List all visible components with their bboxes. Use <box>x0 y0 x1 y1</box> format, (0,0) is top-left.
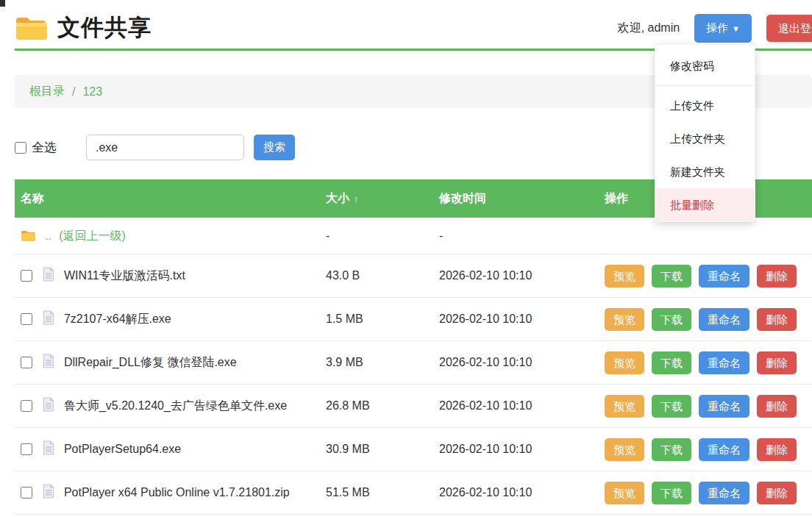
file-table: 名称 大小↑ 修改时间 操作 .. (返回上一级) - - <box>15 179 812 515</box>
page-title: 文件共享 <box>57 12 152 43</box>
delete-button[interactable]: 删除 <box>757 265 797 288</box>
file-icon <box>43 397 54 412</box>
file-icon <box>43 267 54 282</box>
file-name: PotPlayerSetup64.exe <box>64 443 181 455</box>
delete-button[interactable]: 删除 <box>757 438 797 461</box>
go-up-link[interactable]: (返回上一级) <box>59 229 126 242</box>
table-row: PotPlayerSetup64.exe 30.9 MB 2026-02-10 … <box>15 428 812 471</box>
table-row: PotPlayer x64 Public Online v1.7.21801.z… <box>15 471 812 515</box>
actions-menu-label: 操作 <box>706 21 728 34</box>
folder-icon <box>15 15 47 41</box>
table-row: 7z2107-x64解压.exe 1.5 MB 2026-02-10 10:10… <box>15 298 812 341</box>
file-icon <box>43 440 54 455</box>
column-header-size[interactable]: 大小↑ <box>320 191 433 207</box>
folder-icon <box>21 229 36 242</box>
file-name: 鲁大师_v5.20.1240_去广告绿色单文件.exe <box>64 399 287 412</box>
delete-button[interactable]: 删除 <box>757 482 797 504</box>
breadcrumb-separator: / <box>72 85 75 99</box>
row-checkbox[interactable] <box>21 270 32 282</box>
menu-item-new-folder[interactable]: 新建文件夹 <box>655 155 755 188</box>
rename-button[interactable]: 重命名 <box>699 308 749 331</box>
download-button[interactable]: 下载 <box>652 438 691 461</box>
file-modified: 2026-02-10 10:10 <box>433 269 599 282</box>
file-size: 30.9 MB <box>320 443 433 456</box>
table-row: 鲁大师_v5.20.1240_去广告绿色单文件.exe 26.8 MB 2026… <box>15 385 812 428</box>
caret-down-icon: ▼ <box>732 24 740 33</box>
page: 文件共享 欢迎, admin 操作▼ 退出登录 修改密码 上传文件 上传文件夹 … <box>0 0 812 515</box>
file-modified: 2026-02-10 10:10 <box>433 443 599 456</box>
column-header-size-label: 大小 <box>326 192 349 204</box>
file-size: - <box>320 229 433 243</box>
delete-button[interactable]: 删除 <box>757 395 797 418</box>
logout-button[interactable]: 退出登录 <box>766 15 812 42</box>
row-checkbox[interactable] <box>21 487 32 499</box>
parent-dots: .. <box>45 229 51 242</box>
preview-button[interactable]: 预览 <box>605 482 644 504</box>
breadcrumb-root-link[interactable]: 根目录 <box>29 84 65 99</box>
app-header: 文件共享 欢迎, admin 操作▼ 退出登录 <box>15 0 812 43</box>
download-button[interactable]: 下载 <box>652 265 691 288</box>
file-modified: - <box>433 229 599 243</box>
menu-item-change-password[interactable]: 修改密码 <box>655 49 755 82</box>
download-button[interactable]: 下载 <box>652 351 691 374</box>
rename-button[interactable]: 重命名 <box>699 438 749 461</box>
menu-item-upload-file[interactable]: 上传文件 <box>655 89 755 122</box>
table-row: DllRepair_DLL修复 微信登陆.exe 3.9 MB 2026-02-… <box>15 341 812 385</box>
column-header-modified[interactable]: 修改时间 <box>433 191 599 207</box>
table-row: WIN11专业版激活码.txt 43.0 B 2026-02-10 10:10 … <box>15 254 812 298</box>
file-name: 7z2107-x64解压.exe <box>64 312 171 325</box>
column-header-name[interactable]: 名称 <box>15 191 320 207</box>
file-name: PotPlayer x64 Public Online v1.7.21801.z… <box>64 486 290 499</box>
file-size: 51.5 MB <box>320 486 433 499</box>
row-checkbox[interactable] <box>21 400 32 412</box>
row-checkbox[interactable] <box>21 313 32 325</box>
search-input[interactable] <box>86 135 244 160</box>
file-modified: 2026-02-10 10:10 <box>433 486 599 499</box>
brand: 文件共享 <box>15 12 152 43</box>
select-all-label: 全选 <box>32 139 57 156</box>
file-size: 26.8 MB <box>320 399 433 413</box>
preview-button[interactable]: 预览 <box>605 351 644 374</box>
file-size: 1.5 MB <box>320 312 433 326</box>
file-name: WIN11专业版激活码.txt <box>64 269 185 282</box>
menu-item-upload-folder[interactable]: 上传文件夹 <box>655 122 755 155</box>
actions-dropdown-menu: 修改密码 上传文件 上传文件夹 新建文件夹 批量删除 <box>655 44 755 222</box>
menu-item-batch-delete[interactable]: 批量删除 <box>655 188 755 221</box>
breadcrumb-current[interactable]: 123 <box>82 85 102 99</box>
header-right: 欢迎, admin 操作▼ 退出登录 <box>618 14 812 43</box>
preview-button[interactable]: 预览 <box>605 265 644 288</box>
delete-button[interactable]: 删除 <box>757 308 797 331</box>
row-checkbox[interactable] <box>21 357 32 368</box>
preview-button[interactable]: 预览 <box>605 438 644 461</box>
delete-button[interactable]: 删除 <box>757 351 797 374</box>
rename-button[interactable]: 重命名 <box>699 395 749 418</box>
welcome-text: 欢迎, admin <box>618 21 680 36</box>
file-icon <box>43 484 54 499</box>
select-all-checkbox[interactable] <box>15 142 26 154</box>
rename-button[interactable]: 重命名 <box>699 265 749 288</box>
parent-directory-row[interactable]: .. (返回上一级) - - <box>15 218 812 254</box>
row-checkbox[interactable] <box>21 443 32 455</box>
rename-button[interactable]: 重命名 <box>699 482 749 504</box>
search-button[interactable]: 搜索 <box>254 135 295 160</box>
file-modified: 2026-02-10 10:10 <box>433 399 599 413</box>
file-name: DllRepair_DLL修复 微信登陆.exe <box>64 356 237 368</box>
preview-button[interactable]: 预览 <box>605 395 644 418</box>
preview-button[interactable]: 预览 <box>605 308 644 331</box>
actions-menu-button[interactable]: 操作▼ <box>694 14 752 43</box>
file-icon <box>43 354 54 368</box>
file-modified: 2026-02-10 10:10 <box>433 312 599 326</box>
rename-button[interactable]: 重命名 <box>699 351 749 374</box>
sort-ascending-icon: ↑ <box>354 193 359 204</box>
file-size: 3.9 MB <box>320 356 433 369</box>
download-button[interactable]: 下载 <box>652 308 691 331</box>
file-size: 43.0 B <box>320 269 433 282</box>
download-button[interactable]: 下载 <box>652 395 691 418</box>
file-icon <box>43 310 54 325</box>
screen-corner-artifact <box>0 0 5 7</box>
file-modified: 2026-02-10 10:10 <box>433 356 599 369</box>
download-button[interactable]: 下载 <box>652 482 691 504</box>
dropdown-divider <box>655 85 755 86</box>
